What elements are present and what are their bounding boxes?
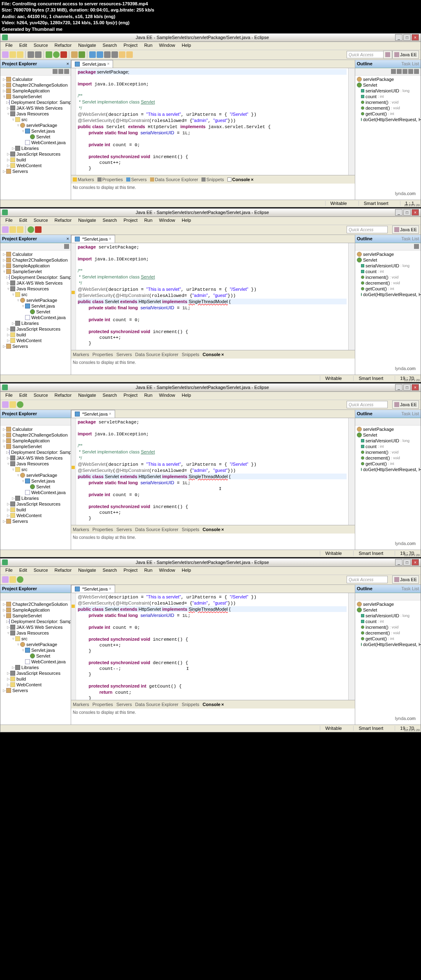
tree-node[interactable]: Servlet <box>1 653 70 659</box>
menu-search[interactable]: Search <box>99 392 120 400</box>
outline-item[interactable]: count: int <box>356 269 420 274</box>
menu-edit[interactable]: Edit <box>16 42 30 50</box>
tree-node[interactable]: ▷Chapter2ChallengeSolution <box>1 432 70 438</box>
snippets-tab[interactable]: Snippets <box>201 177 224 182</box>
menu-project[interactable]: Project <box>120 567 141 575</box>
tree-node[interactable]: ▷Calculator <box>1 76 70 82</box>
new-icon[interactable] <box>2 576 9 583</box>
tree-node[interactable]: ▷JavaScript Resources <box>1 501 70 507</box>
tree-node[interactable]: WebContext.java <box>1 315 70 320</box>
sort-icon[interactable] <box>414 244 419 249</box>
collapse-all-icon[interactable] <box>53 69 58 74</box>
servers-tab[interactable]: Servers <box>126 177 147 182</box>
tree-node[interactable]: ▷Deployment Descriptor: SampleServlet <box>1 619 70 624</box>
menu-file[interactable]: File <box>2 217 16 225</box>
menu-project[interactable]: Project <box>120 392 141 400</box>
snippets-tab[interactable]: Snippets <box>182 702 199 707</box>
project-tree[interactable]: ▷Calculator▷Chapter2ChallengeSolution▷Sa… <box>0 251 71 350</box>
vertical-scrollbar[interactable] <box>348 418 355 525</box>
tree-node[interactable]: Servlet <box>1 309 70 315</box>
console-tab[interactable]: Console × <box>203 527 224 532</box>
menu-source[interactable]: Source <box>30 392 51 400</box>
outline-item[interactable]: serialVersionUID: long <box>356 263 420 269</box>
back-icon[interactable] <box>119 51 125 58</box>
menu-run[interactable]: Run <box>141 217 156 225</box>
menu-window[interactable]: Window <box>156 42 178 50</box>
properties-tab[interactable]: Properties <box>97 177 123 182</box>
tab-close-icon[interactable]: × <box>109 412 111 416</box>
code-editor[interactable]: @WebServlet(description = "This is a ser… <box>71 593 355 700</box>
tree-node[interactable]: ▷SampleApplication <box>1 263 70 269</box>
tree-node[interactable]: ▷WebContent <box>1 163 70 168</box>
outline-item[interactable]: Servlet <box>356 257 420 263</box>
left-ruler[interactable] <box>71 418 76 525</box>
tool-icon[interactable] <box>104 51 111 58</box>
project-tree[interactable]: ▷Chapter2ChallengeSolution▷SampleApplica… <box>0 600 71 694</box>
menu-refactor[interactable]: Refactor <box>51 217 75 225</box>
search-icon[interactable] <box>97 51 103 58</box>
minimize-button[interactable]: _ <box>395 384 402 391</box>
quick-access-input[interactable]: Quick Access <box>347 576 388 583</box>
vertical-scrollbar[interactable] <box>348 593 355 700</box>
menu-edit[interactable]: Edit <box>16 392 30 400</box>
tree-node[interactable]: ▷WebContent <box>1 513 70 518</box>
outline-item[interactable]: doGet(HttpServletRequest, HttpServlet <box>356 292 420 297</box>
new-class-icon[interactable] <box>79 51 85 58</box>
vertical-scrollbar[interactable] <box>348 243 355 350</box>
tree-node[interactable]: ▿src <box>1 636 70 642</box>
outline-item[interactable]: increment(): void <box>356 624 420 630</box>
menu-navigate[interactable]: Navigate <box>75 217 99 225</box>
new-package-icon[interactable] <box>71 51 78 58</box>
outline-item[interactable]: increment(): void <box>356 99 420 105</box>
run-icon[interactable] <box>53 51 60 58</box>
tree-node[interactable]: ▷Chapter2ChallengeSolution <box>1 257 70 263</box>
tasklist-title[interactable]: Task List <box>401 236 419 241</box>
tree-node[interactable]: ▷build <box>1 157 70 163</box>
minimize-button[interactable]: _ <box>395 559 402 566</box>
tree-node[interactable]: ▿servletPackage <box>1 297 70 303</box>
tool-icon[interactable] <box>111 51 118 58</box>
hide-nonpublic-icon[interactable] <box>414 69 419 74</box>
outline-item[interactable]: decrement(): void <box>356 455 420 461</box>
menu-project[interactable]: Project <box>120 42 141 50</box>
outline-item[interactable]: decrement(): void <box>356 105 420 111</box>
save-icon[interactable] <box>9 226 16 233</box>
outline-item[interactable]: doGet(HttpServletRequest, HttpServlet <box>356 467 420 472</box>
menu-search[interactable]: Search <box>99 217 120 225</box>
save-all-icon[interactable] <box>17 226 23 233</box>
markers-tab[interactable]: Markers <box>73 702 89 707</box>
dse-tab[interactable]: Data Source Explorer <box>135 527 178 532</box>
menu-refactor[interactable]: Refactor <box>51 567 75 575</box>
menu-edit[interactable]: Edit <box>16 217 30 225</box>
tree-node[interactable]: ▷Servers <box>1 688 70 693</box>
tree-node[interactable]: WebContext.java <box>1 659 70 665</box>
menu-run[interactable]: Run <box>141 567 156 575</box>
run-icon[interactable] <box>17 576 23 583</box>
code-editor[interactable]: package servletPackage; import java.io.I… <box>71 68 355 175</box>
menu-refactor[interactable]: Refactor <box>51 42 75 50</box>
minimize-button[interactable]: _ <box>395 34 402 41</box>
warning-marker[interactable] <box>72 291 75 294</box>
tree-node[interactable]: ▿servletPackage <box>1 642 70 647</box>
menu-file[interactable]: File <box>2 567 16 575</box>
properties-tab[interactable]: Properties <box>93 702 113 707</box>
outline-item[interactable]: getCount(): int <box>356 286 420 292</box>
menu-help[interactable]: Help <box>178 217 194 225</box>
tree-node[interactable]: ▷Servers <box>1 518 70 524</box>
outline-item[interactable]: doGet(HttpServletRequest, HttpServlet <box>356 642 420 647</box>
quick-access-input[interactable]: Quick Access <box>347 401 388 408</box>
tree-node[interactable]: ▷JavaScript Resources <box>1 670 70 676</box>
tree-node[interactable]: ▿Servlet.java <box>1 128 70 134</box>
snippets-tab[interactable]: Snippets <box>182 352 199 357</box>
outline-item[interactable]: servletPackage <box>356 601 420 607</box>
tree-node[interactable]: ▷build <box>1 332 70 338</box>
warning-marker[interactable] <box>72 605 75 608</box>
tree-node[interactable]: ▿Java Resources <box>1 286 70 292</box>
tree-node[interactable]: ▷build <box>1 676 70 682</box>
outline-item[interactable]: servletPackage <box>356 76 420 82</box>
project-tree[interactable]: ▷Calculator▷Chapter2ChallengeSolution▷Sa… <box>0 76 71 175</box>
outline-item[interactable]: serialVersionUID: long <box>356 438 420 444</box>
tree-node[interactable]: ▷WebContent <box>1 338 70 343</box>
tree-node[interactable]: ▿Java Resources <box>1 630 70 636</box>
tree-node[interactable]: ▷Servers <box>1 343 70 349</box>
